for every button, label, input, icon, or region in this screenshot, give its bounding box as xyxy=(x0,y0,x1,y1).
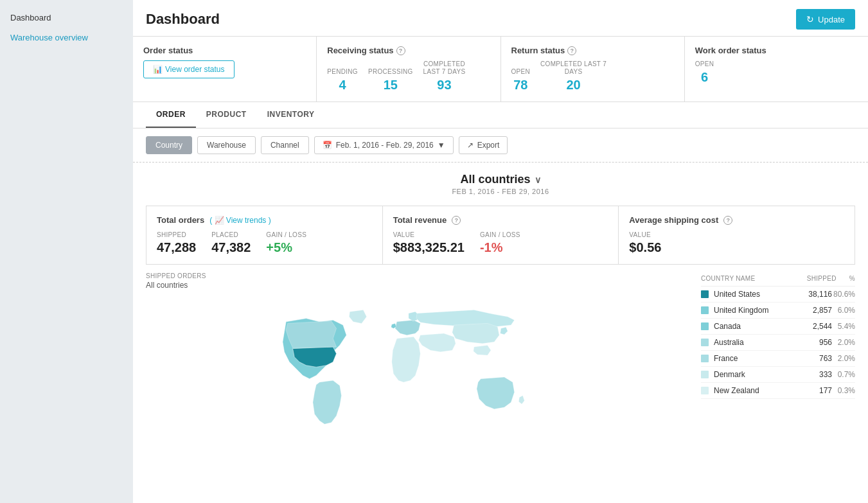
receiving-status-body: PENDING 4 PROCESSING 15 COMPLETED LAST 7… xyxy=(327,60,490,93)
total-revenue-title: Total revenue ? xyxy=(393,215,608,225)
country-pct: 6.0% xyxy=(832,306,855,315)
total-revenue-info-icon[interactable]: ? xyxy=(452,216,461,225)
country-color-dot xyxy=(701,306,709,314)
country-table-header: COUNTRY NAME SHIPPED % xyxy=(701,275,855,287)
export-button[interactable]: ↗ Export xyxy=(459,136,508,154)
tab-order[interactable]: ORDER xyxy=(146,102,196,128)
country-table-row: Australia 956 2.0% xyxy=(701,335,855,351)
receiving-pending: PENDING 4 xyxy=(327,68,358,93)
country-shipped: 38,116 xyxy=(800,290,832,299)
country-table-row: United Kingdom 2,857 6.0% xyxy=(701,303,855,319)
country-color-dot xyxy=(701,387,709,394)
country-name: Denmark xyxy=(714,370,800,379)
page-header: Dashboard ↻ Update xyxy=(133,0,868,37)
country-name: Canada xyxy=(714,322,800,331)
country-pct: 0.7% xyxy=(832,370,855,379)
page-title: Dashboard xyxy=(146,11,220,28)
avg-shipping-value: VALUE $0.56 xyxy=(629,231,661,255)
status-cards-container: Order status 📊 View order status Receivi… xyxy=(133,37,868,102)
tabs-section: ORDER PRODUCT INVENTORY xyxy=(133,102,868,128)
avg-shipping-cost-card: Average shipping cost ? VALUE $0.56 xyxy=(618,206,855,265)
country-color-dot xyxy=(701,290,709,298)
receiving-status-card: Receiving status ? PENDING 4 PROCESSING … xyxy=(317,37,500,101)
return-status-title: Return status ? xyxy=(511,46,674,55)
country-pct: 5.4% xyxy=(832,322,855,331)
receiving-completed: COMPLETED LAST 7 DAYS 93 xyxy=(423,60,466,93)
country-name: United Kingdom xyxy=(714,306,800,315)
total-orders-placed: PLACED 47,382 xyxy=(211,231,251,255)
return-completed: COMPLETED LAST 7 DAYS 20 xyxy=(540,60,607,93)
all-countries-date: FEB 1, 2016 - FEB 29, 2016 xyxy=(133,188,868,195)
tab-product[interactable]: PRODUCT xyxy=(196,102,257,128)
country-color-dot xyxy=(701,371,709,378)
shipped-orders-label: SHIPPED ORDERS xyxy=(146,272,688,279)
update-button[interactable]: ↻ Update xyxy=(796,9,855,30)
refresh-icon: ↻ xyxy=(806,14,814,24)
tabs: ORDER PRODUCT INVENTORY xyxy=(146,102,855,128)
view-order-label: View order status xyxy=(165,65,225,74)
view-order-status-button[interactable]: 📊 View order status xyxy=(143,60,235,78)
total-revenue-values: VALUE $883,325.21 GAIN / LOSS -1% xyxy=(393,231,608,255)
export-icon: ↗ xyxy=(467,141,474,150)
country-color-dot xyxy=(701,355,709,362)
country-shipped: 2,857 xyxy=(800,306,832,315)
total-orders-shipped: SHIPPED 47,288 xyxy=(157,231,196,255)
country-shipped: 177 xyxy=(800,386,832,395)
avg-shipping-info-icon[interactable]: ? xyxy=(723,216,732,225)
country-name: France xyxy=(714,354,800,363)
export-label: Export xyxy=(477,141,500,150)
chart-trends-icon: 📈 xyxy=(215,216,224,225)
avg-shipping-title: Average shipping cost ? xyxy=(629,215,844,225)
receiving-status-info-icon[interactable]: ? xyxy=(396,46,405,55)
total-revenue-card: Total revenue ? VALUE $883,325.21 GAIN /… xyxy=(382,206,619,265)
all-countries-header: All countries ∨ FEB 1, 2016 - FEB 29, 20… xyxy=(133,163,868,198)
chevron-down-icon[interactable]: ∨ xyxy=(535,175,541,185)
calendar-icon: 📅 xyxy=(323,141,332,150)
map-section: SHIPPED ORDERS All countries xyxy=(133,272,868,443)
work-order-open: OPEN 6 xyxy=(695,60,714,85)
country-shipped: 2,544 xyxy=(800,322,832,331)
main-content: Dashboard ↻ Update Order status 📊 View o… xyxy=(133,0,868,503)
country-name: Australia xyxy=(714,338,800,347)
sidebar-item-dashboard[interactable]: Dashboard xyxy=(0,6,133,29)
return-status-info-icon[interactable]: ? xyxy=(567,46,576,55)
content-area: All countries ∨ FEB 1, 2016 - FEB 29, 20… xyxy=(133,163,868,503)
country-color-dot xyxy=(701,322,709,330)
all-countries-title: All countries ∨ xyxy=(133,173,868,186)
receiving-status-title: Receiving status ? xyxy=(327,46,490,55)
return-status-card: Return status ? OPEN 78 COMPLETED LAST 7… xyxy=(501,37,685,101)
country-rows: United States 38,116 80.6% United Kingdo… xyxy=(701,287,855,399)
date-range-button[interactable]: 📅 Feb. 1, 2016 - Feb. 29, 2016 ▼ xyxy=(314,136,454,154)
country-table: COUNTRY NAME SHIPPED % United States 38,… xyxy=(701,272,855,443)
sidebar: Dashboard Warehouse overview xyxy=(0,0,133,503)
order-status-title: Order status xyxy=(143,46,306,55)
country-pct: 2.0% xyxy=(832,338,855,347)
country-shipped: 763 xyxy=(800,354,832,363)
country-table-row: United States 38,116 80.6% xyxy=(701,287,855,303)
order-status-card: Order status 📊 View order status xyxy=(133,37,317,101)
country-pct: 80.6% xyxy=(832,290,855,299)
sidebar-item-warehouse-overview[interactable]: Warehouse overview xyxy=(0,29,133,46)
work-order-status-title: Work order status xyxy=(695,46,858,55)
country-table-row: France 763 2.0% xyxy=(701,351,855,367)
view-trends-link[interactable]: ( 📈 View trends ) xyxy=(209,216,271,225)
country-table-row: Canada 2,544 5.4% xyxy=(701,319,855,335)
filter-channel-button[interactable]: Channel xyxy=(261,136,309,154)
filter-country-button[interactable]: Country xyxy=(146,136,192,154)
work-order-status-card: Work order status OPEN 6 xyxy=(685,37,868,101)
return-status-body: OPEN 78 COMPLETED LAST 7 DAYS 20 xyxy=(511,60,674,93)
chart-icon: 📊 xyxy=(153,65,163,74)
dropdown-arrow-icon: ▼ xyxy=(438,141,445,150)
total-orders-gain-loss: GAIN / LOSS +5% xyxy=(266,231,306,255)
country-shipped: 333 xyxy=(800,370,832,379)
country-table-row: Denmark 333 0.7% xyxy=(701,367,855,383)
total-revenue-gain-loss: GAIN / LOSS -1% xyxy=(480,231,520,255)
tab-inventory[interactable]: INVENTORY xyxy=(257,102,325,128)
country-pct: 0.3% xyxy=(832,386,855,395)
total-orders-title: Total orders ( 📈 View trends ) xyxy=(157,215,372,225)
total-orders-values: SHIPPED 47,288 PLACED 47,382 GAIN / LOSS… xyxy=(157,231,372,255)
country-name: United States xyxy=(714,290,800,299)
filter-warehouse-button[interactable]: Warehouse xyxy=(197,136,256,154)
country-name: New Zealand xyxy=(714,386,800,395)
date-range-label: Feb. 1, 2016 - Feb. 29, 2016 xyxy=(336,141,434,150)
